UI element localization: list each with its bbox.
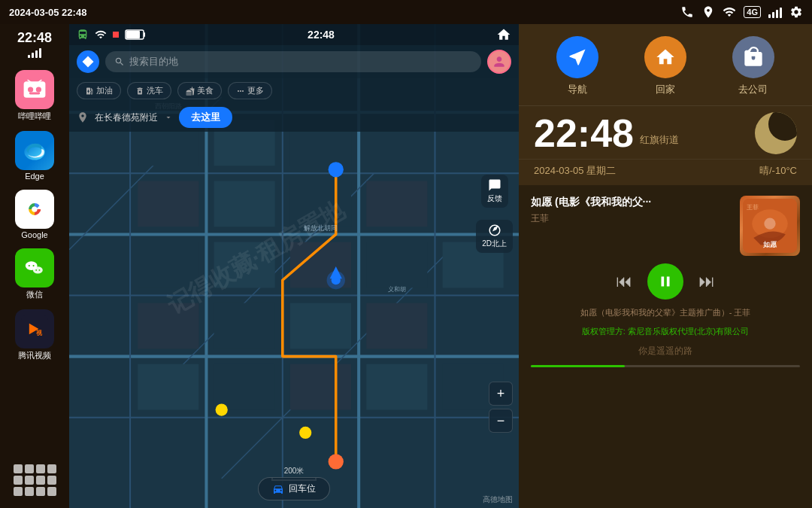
google-label: Google	[21, 230, 47, 239]
sidebar-signal	[28, 46, 41, 58]
svg-rect-39	[214, 181, 275, 227]
time-widget: 22:48 红旗街道	[519, 105, 812, 159]
progress-fill	[531, 365, 625, 367]
svg-rect-48	[214, 303, 275, 349]
tencent-app-icon: 视	[15, 309, 54, 348]
amenity-wash[interactable]: 洗车	[127, 82, 171, 99]
amenity-more[interactable]: 更多	[228, 82, 272, 99]
right-panel: 导航 回家 去公司 22:48 红旗街道	[519, 24, 812, 508]
grid-dot	[25, 464, 34, 473]
music-title: 如愿 (电影《我和我的父···	[531, 196, 731, 209]
sidebar-item-google[interactable]: Google	[5, 187, 65, 242]
grid-dot	[36, 487, 45, 496]
compass-label: 2D北上	[482, 239, 507, 249]
zoom-in-button[interactable]: +	[489, 382, 513, 406]
svg-point-14	[39, 269, 41, 271]
route-end-marker	[329, 162, 344, 177]
sidebar-item-tencent[interactable]: 视 腾讯视频	[5, 306, 65, 364]
sidebar-item-edge[interactable]: Edge	[5, 128, 65, 184]
sidebar: 22:48 哔哩哔哩	[0, 24, 69, 508]
return-car-button[interactable]: 回车位	[258, 477, 330, 500]
home-icon-circle	[644, 36, 686, 78]
signal-bars	[768, 6, 782, 18]
grid-dot	[36, 476, 45, 485]
date-display: 2024-03-05 星期二	[534, 164, 616, 178]
nav-shortcut-home[interactable]: 回家	[644, 36, 686, 96]
date-weather-row: 2024-03-05 星期二 晴/-10°C	[519, 159, 812, 185]
svg-text:如愿: 如愿	[762, 240, 777, 248]
return-car-label: 回车位	[289, 482, 316, 495]
tencent-label: 腾讯视频	[18, 350, 51, 361]
compass-button[interactable]: 2D北上	[476, 220, 513, 253]
map-status-row: 22:48	[69, 24, 519, 45]
prev-button[interactable]: ⏮	[616, 272, 632, 291]
nav-shortcut-navigate[interactable]: 导航	[556, 36, 598, 96]
bilibili-label: 哔哩哔哩	[18, 111, 51, 122]
home-nav-icon[interactable]	[496, 27, 511, 42]
grid-dot	[47, 487, 56, 496]
bus-icon	[77, 29, 89, 41]
music-lyric: 你是遥遥的路	[531, 345, 800, 357]
nav-shortcut-work[interactable]: 去公司	[732, 36, 774, 96]
feedback-label: 反馈	[487, 193, 502, 204]
search-placeholder: 搜索目的地	[129, 55, 178, 68]
wifi-icon	[723, 5, 736, 19]
svg-point-1	[28, 87, 33, 92]
nav-app-icon	[77, 50, 99, 73]
map-search-row: 搜索目的地	[69, 45, 519, 78]
sidebar-item-bilibili[interactable]: 哔哩哔哩	[5, 67, 65, 125]
amenity-gas[interactable]: 加油	[77, 82, 121, 99]
music-artist: 王菲	[531, 212, 731, 225]
route-start-marker	[329, 454, 344, 469]
weather-display: 晴/-10°C	[759, 164, 797, 178]
map-search-icon	[114, 56, 125, 67]
map-top-bar: 22:48 搜索目的地	[69, 24, 519, 132]
music-subtitle: 如愿（电影我和我的父辈》主题推广曲）- 王菲	[531, 307, 800, 318]
svg-text:视: 视	[35, 329, 43, 336]
svg-point-62	[764, 218, 775, 230]
svg-rect-49	[290, 303, 351, 349]
grid-dot	[47, 476, 56, 485]
feedback-button[interactable]: 反馈	[481, 175, 508, 208]
svg-rect-38	[138, 181, 198, 227]
play-pause-button[interactable]	[647, 263, 683, 300]
sidebar-item-wechat[interactable]: 微信	[5, 245, 65, 303]
svg-rect-54	[366, 364, 427, 410]
svg-point-10	[29, 265, 30, 266]
next-button[interactable]: ⏭	[698, 272, 715, 291]
amenity-more-label: 更多	[247, 85, 264, 96]
progress-bar[interactable]	[531, 365, 800, 367]
svg-rect-18	[126, 31, 140, 38]
map-section[interactable]: 22:48 搜索目的地	[69, 24, 519, 508]
home-label: 回家	[656, 83, 675, 96]
settings-icon[interactable]	[789, 5, 803, 19]
amenity-gas-label: 加油	[96, 85, 113, 96]
dest-marker-1	[216, 403, 228, 415]
amenity-wash-label: 洗车	[147, 85, 163, 96]
music-player: 如愿 (电影《我和我的父··· 王菲 如愿 王菲	[519, 185, 812, 508]
feedback-area: 反馈 2D北上	[476, 175, 513, 253]
amenity-food-label: 美食	[197, 85, 214, 96]
nav-shortcuts: 导航 回家 去公司	[519, 24, 812, 105]
map-wifi-icon	[95, 29, 107, 41]
amenity-food[interactable]: 美食	[177, 82, 222, 99]
location-badge-row: 在长春德苑附近 去这里	[69, 103, 519, 132]
location-icon	[701, 5, 715, 19]
music-copyright: 版权管理方: 索尼音乐版权代理(北京)有限公司	[531, 326, 800, 337]
work-icon-circle	[732, 36, 774, 78]
work-label: 去公司	[738, 83, 768, 96]
wechat-label: 微信	[26, 289, 43, 300]
music-top-row: 如愿 (电影《我和我的父··· 王菲 如愿 王菲	[531, 196, 800, 256]
wechat-app-icon	[15, 248, 54, 287]
dest-marker-2	[299, 427, 311, 439]
zoom-out-button[interactable]: −	[489, 409, 513, 433]
status-icons: 4G	[680, 5, 803, 19]
svg-rect-45	[366, 242, 427, 288]
user-avatar[interactable]	[487, 50, 511, 74]
go-here-button[interactable]: 去这里	[179, 107, 232, 128]
map-search-box[interactable]: 搜索目的地	[105, 51, 481, 72]
svg-point-8	[32, 206, 37, 211]
moon-icon	[755, 112, 797, 154]
app-grid-button[interactable]	[8, 458, 62, 502]
map-watermark: 高德地图	[483, 494, 513, 505]
